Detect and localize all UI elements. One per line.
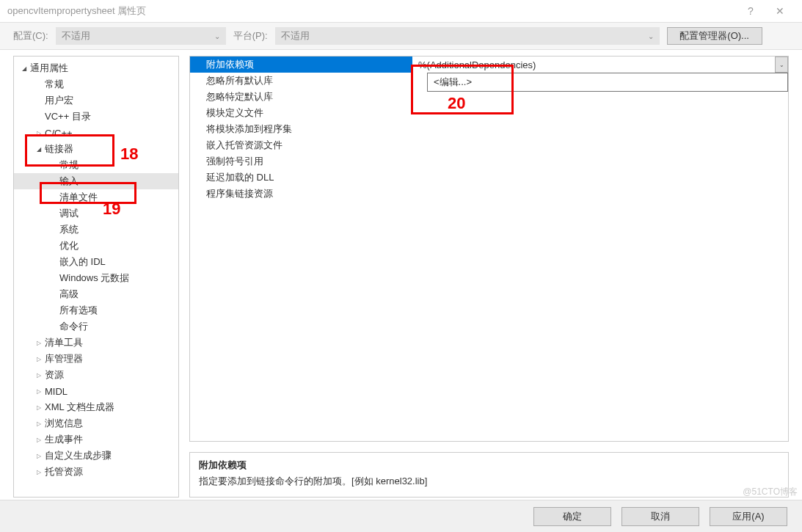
tree-item-label: 输入 (59, 175, 79, 188)
property-row[interactable]: 延迟加载的 DLL (190, 170, 788, 186)
tree-item[interactable]: 通用属性 (14, 60, 178, 76)
config-manager-button[interactable]: 配置管理器(O)... (667, 27, 762, 45)
tree-item[interactable]: 常规 (14, 76, 178, 92)
property-key: 将模块添加到程序集 (190, 121, 412, 137)
platform-combo[interactable]: 不适用 ⌄ (275, 27, 660, 45)
property-grid[interactable]: 附加依赖项%(AdditionalDependencies)⌄<编辑...>忽略… (189, 56, 789, 442)
tree-item[interactable]: 调试 (14, 205, 178, 222)
tree-item[interactable]: 生成事件 (14, 431, 178, 448)
expand-closed-icon[interactable] (34, 128, 43, 137)
property-row[interactable]: 程序集链接资源 (190, 186, 788, 202)
tree-item-label: 通用属性 (30, 62, 68, 75)
tree-item-label: 系统 (59, 223, 79, 236)
expand-none-icon (49, 193, 58, 202)
property-value[interactable] (412, 105, 788, 121)
tree-item[interactable]: 用户宏 (14, 92, 178, 109)
expand-closed-icon[interactable] (34, 451, 43, 460)
right-panel: 附加依赖项%(AdditionalDependencies)⌄<编辑...>忽略… (189, 56, 789, 498)
content-area: 通用属性常规用户宏VC++ 目录C/C++链接器常规输入清单文件调试系统优化嵌入… (0, 50, 802, 498)
tree-item[interactable]: MIDL (14, 383, 178, 399)
property-row[interactable]: 附加依赖项%(AdditionalDependencies)⌄<编辑...> (190, 57, 788, 73)
tree-item-label: 托管资源 (45, 465, 83, 478)
property-row[interactable]: 将模块添加到程序集 (190, 121, 788, 137)
close-button[interactable]: ✕ (765, 5, 795, 17)
tree-item[interactable]: XML 文档生成器 (14, 399, 178, 415)
tree-item[interactable]: 优化 (14, 238, 178, 254)
expand-none-icon (49, 258, 58, 266)
tree-item[interactable]: 命令行 (14, 318, 178, 335)
expand-none-icon (49, 322, 58, 331)
description-title: 附加依赖项 (199, 459, 779, 472)
tree-item-label: 命令行 (59, 320, 88, 333)
tree-item[interactable]: 输入 (14, 173, 178, 189)
property-value[interactable] (412, 170, 788, 186)
property-value[interactable] (412, 121, 788, 137)
property-row[interactable]: 模块定义文件 (190, 105, 788, 121)
config-combo[interactable]: 不适用 ⌄ (56, 27, 226, 45)
tree-item-label: 清单工具 (45, 336, 83, 349)
tree-panel[interactable]: 通用属性常规用户宏VC++ 目录C/C++链接器常规输入清单文件调试系统优化嵌入… (13, 56, 179, 498)
expand-closed-icon[interactable] (34, 354, 43, 363)
tree-item-label: 生成事件 (45, 433, 83, 446)
expand-none-icon (34, 112, 43, 121)
tree-item[interactable]: 嵌入的 IDL (14, 254, 178, 270)
tree-item[interactable]: 资源 (14, 367, 178, 383)
tree-item[interactable]: 高级 (14, 286, 178, 302)
tree-item[interactable]: 常规 (14, 157, 178, 173)
expand-none-icon (34, 96, 43, 105)
tree-item[interactable]: C/C++ (14, 125, 178, 141)
ok-button[interactable]: 确定 (533, 507, 611, 526)
tree-item-label: VC++ 目录 (45, 110, 91, 123)
tree-item-label: 调试 (59, 207, 79, 220)
tree-item-label: 清单文件 (59, 191, 98, 204)
tree-item[interactable]: 系统 (14, 222, 178, 238)
expand-open-icon[interactable] (34, 145, 43, 153)
dialog-footer: 确定 取消 应用(A) (0, 500, 802, 532)
tree-item[interactable]: Windows 元数据 (14, 270, 178, 286)
property-value[interactable] (412, 153, 788, 170)
property-row[interactable]: 嵌入托管资源文件 (190, 137, 788, 153)
expand-closed-icon[interactable] (34, 371, 43, 379)
tree-item[interactable]: 浏览信息 (14, 415, 178, 431)
property-row[interactable]: 强制符号引用 (190, 153, 788, 170)
expand-closed-icon[interactable] (34, 403, 43, 412)
expand-none-icon (49, 290, 58, 299)
tree-item-label: XML 文档生成器 (45, 401, 114, 414)
expand-none-icon (49, 241, 58, 250)
tree-item[interactable]: 所有选项 (14, 302, 178, 318)
tree-item[interactable]: VC++ 目录 (14, 109, 178, 125)
tree-item[interactable]: 清单工具 (14, 335, 178, 351)
help-button[interactable]: ? (736, 5, 765, 17)
expand-none-icon (34, 80, 43, 89)
property-value[interactable] (412, 186, 788, 202)
expand-none-icon (49, 177, 58, 186)
dropdown-item-edit[interactable]: <编辑...> (428, 73, 787, 91)
property-key: 忽略特定默认库 (190, 89, 412, 105)
tree-item-label: 库管理器 (45, 352, 83, 365)
tree-item-label: MIDL (45, 386, 68, 397)
expand-closed-icon[interactable] (34, 435, 43, 444)
title-bar: opencvItempropertysheet 属性页 ? ✕ (0, 0, 802, 22)
property-key: 延迟加载的 DLL (190, 170, 412, 186)
config-label: 配置(C): (13, 29, 48, 43)
cancel-button[interactable]: 取消 (621, 507, 699, 526)
expand-closed-icon[interactable] (34, 467, 43, 476)
tree-item[interactable]: 链接器 (14, 141, 178, 157)
tree-item-label: 常规 (45, 78, 64, 91)
expand-closed-icon[interactable] (34, 387, 43, 396)
expand-closed-icon[interactable] (34, 338, 43, 347)
tree-item[interactable]: 清单文件 (14, 189, 178, 205)
expand-closed-icon[interactable] (34, 419, 43, 428)
dropdown-button[interactable]: ⌄ (775, 57, 788, 73)
tree-item-label: 用户宏 (45, 94, 73, 107)
property-value[interactable] (412, 137, 788, 153)
tree-item[interactable]: 托管资源 (14, 464, 178, 480)
expand-open-icon[interactable] (20, 64, 29, 73)
tree-item[interactable]: 库管理器 (14, 351, 178, 367)
tree-item[interactable]: 自定义生成步骤 (14, 448, 178, 464)
platform-value: 不适用 (281, 29, 310, 43)
property-value[interactable]: %(AdditionalDependencies)⌄<编辑...> (412, 57, 788, 73)
dropdown-menu[interactable]: <编辑...> (427, 73, 788, 92)
apply-button[interactable]: 应用(A) (710, 507, 787, 526)
tree-item-label: 高级 (59, 288, 79, 301)
